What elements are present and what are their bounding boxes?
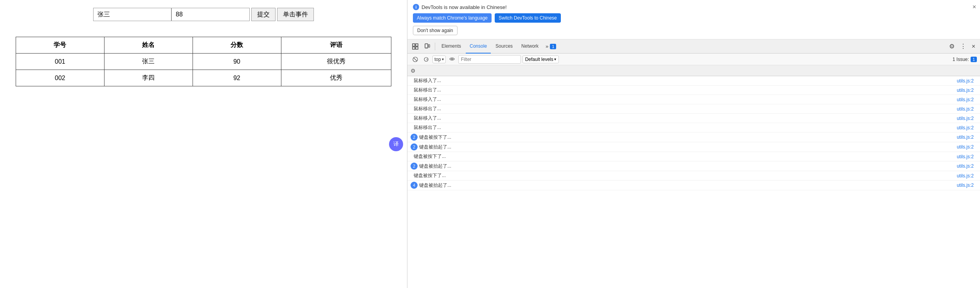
default-levels-button[interactable]: Default levels ▾ (522, 55, 559, 63)
inspect-element-icon[interactable] (410, 42, 421, 51)
console-log-link[interactable]: utils.js:2 (957, 97, 974, 102)
console-log-text: 键盘被抬起了... (419, 182, 451, 189)
console-log-link[interactable]: utils.js:2 (957, 173, 974, 179)
console-log-link[interactable]: utils.js:2 (957, 125, 974, 131)
console-log-row: 鼠标移入了...utils.js:2 (407, 95, 980, 104)
col-header-comment: 评语 (281, 37, 391, 54)
svg-rect-0 (413, 44, 415, 46)
cell-id: 001 (16, 54, 104, 70)
notification-buttons: Always match Chrome's language Switch De… (413, 13, 975, 23)
console-log-row: 2键盘被抬起了...utils.js:2 (407, 161, 980, 171)
console-log-link[interactable]: utils.js:2 (957, 163, 974, 169)
console-badge: 2 (411, 143, 418, 150)
console-log-text: 鼠标移入了... (414, 96, 441, 103)
notification-title: i DevTools is now available in Chinese! (413, 4, 975, 10)
toolbar-separator-1 (435, 43, 435, 50)
notification-text: DevTools is now available in Chinese! (422, 4, 507, 10)
chevron-down-icon: ▾ (442, 57, 444, 61)
console-content: 鼠标移入了...utils.js:2鼠标移出了...utils.js:2鼠标移入… (407, 76, 980, 288)
form-row: 提交 单击事件 (16, 8, 391, 21)
console-log-row: 键盘被按下了...utils.js:2 (407, 171, 980, 181)
filter-input[interactable] (458, 55, 521, 64)
context-label: top (434, 57, 441, 62)
console-log-row: 鼠标移入了...utils.js:2 (407, 76, 980, 86)
console-log-link[interactable]: utils.js:2 (957, 144, 974, 150)
console-log-row: 4键盘被抬起了...utils.js:2 (407, 181, 980, 190)
console-log-row: 鼠标移出了...utils.js:2 (407, 104, 980, 114)
console-log-text: 鼠标移入了... (414, 115, 441, 122)
svg-point-11 (451, 58, 453, 60)
col-header-name: 姓名 (104, 37, 193, 54)
cell-name: 李四 (104, 70, 193, 86)
settings-icon[interactable]: ⚙ (947, 41, 957, 52)
console-settings-icon[interactable]: ⚙ (411, 68, 416, 74)
switch-to-chinese-button[interactable]: Switch DevTools to Chinese (495, 13, 561, 23)
console-settings-row: ⚙ (407, 65, 980, 76)
more-tabs-button[interactable]: » 1 (543, 42, 558, 51)
clear-console-icon[interactable] (411, 55, 420, 63)
console-log-text: 鼠标移出了... (414, 124, 441, 131)
console-log-row: 鼠标移出了...utils.js:2 (407, 123, 980, 132)
svg-line-8 (414, 58, 417, 61)
tab-sources[interactable]: Sources (492, 39, 517, 54)
col-header-id: 学号 (16, 37, 104, 54)
score-input[interactable] (171, 8, 250, 21)
console-log-text: 鼠标移出了... (414, 106, 441, 112)
cell-id: 002 (16, 70, 104, 86)
cell-score: 90 (193, 54, 281, 70)
name-input[interactable] (93, 8, 171, 21)
main-panel: 提交 单击事件 学号 姓名 分数 评语 001张三90很优秀002李四92优秀 … (0, 0, 407, 288)
device-toolbar-icon[interactable] (422, 42, 432, 51)
table-row: 002李四92优秀 (16, 70, 391, 86)
console-log-text: 键盘被按下了... (414, 153, 446, 160)
console-log-row: 2键盘被按下了...utils.js:2 (407, 132, 980, 142)
console-log-row: 2键盘被抬起了...utils.js:2 (407, 142, 980, 152)
translate-button[interactable]: 译 (389, 137, 403, 151)
console-log-link[interactable]: utils.js:2 (957, 134, 974, 140)
tab-console[interactable]: Console (466, 39, 491, 54)
console-log-link[interactable]: utils.js:2 (957, 78, 974, 84)
console-log-link[interactable]: utils.js:2 (957, 154, 974, 159)
cell-comment: 很优秀 (281, 54, 391, 70)
cell-score: 92 (193, 70, 281, 86)
console-badge: 2 (411, 134, 418, 141)
tab-elements[interactable]: Elements (438, 39, 465, 54)
issue-label: 1 Issue: (953, 57, 969, 62)
console-toolbar: top ▾ Default levels ▾ 1 Issue: 1 (407, 54, 980, 65)
issues-badge: 1 (550, 44, 556, 49)
svg-point-6 (426, 47, 427, 48)
svg-rect-1 (416, 44, 418, 46)
issue-count: 1 Issue: 1 (953, 57, 977, 62)
filter-icon[interactable] (422, 55, 431, 63)
console-log-link[interactable]: utils.js:2 (957, 88, 974, 93)
eye-icon[interactable] (447, 55, 457, 63)
more-options-icon[interactable]: ⋮ (958, 41, 969, 52)
context-selector[interactable]: top ▾ (432, 55, 446, 63)
click-event-button[interactable]: 单击事件 (277, 8, 314, 21)
dont-show-again-button[interactable]: Don't show again (413, 26, 458, 35)
submit-button[interactable]: 提交 (251, 8, 276, 21)
close-notification-button[interactable]: × (973, 4, 976, 10)
issue-count-badge: 1 (971, 57, 977, 62)
console-log-link[interactable]: utils.js:2 (957, 106, 974, 112)
chevron-down-icon-levels: ▾ (554, 57, 556, 61)
cell-name: 张三 (104, 54, 193, 70)
console-log-text: 键盘被按下了... (419, 134, 451, 141)
match-language-button[interactable]: Always match Chrome's language (413, 13, 492, 23)
console-log-link[interactable]: utils.js:2 (957, 182, 974, 188)
console-log-text: 鼠标移入了... (414, 77, 441, 84)
console-log-text: 键盘被抬起了... (419, 144, 451, 150)
console-log-text: 鼠标移出了... (414, 87, 441, 93)
tab-network[interactable]: Network (517, 39, 542, 54)
svg-rect-2 (413, 47, 415, 49)
col-header-score: 分数 (193, 37, 281, 54)
close-devtools-button[interactable]: × (969, 41, 978, 52)
data-table: 学号 姓名 分数 评语 001张三90很优秀002李四92优秀 (16, 37, 391, 86)
console-log-text: 键盘被按下了... (414, 172, 446, 179)
table-header-row: 学号 姓名 分数 评语 (16, 37, 391, 54)
table-row: 001张三90很优秀 (16, 54, 391, 70)
console-log-link[interactable]: utils.js:2 (957, 116, 974, 121)
console-log-row: 鼠标移出了...utils.js:2 (407, 86, 980, 95)
svg-rect-3 (416, 47, 418, 49)
console-badge: 2 (411, 163, 418, 170)
